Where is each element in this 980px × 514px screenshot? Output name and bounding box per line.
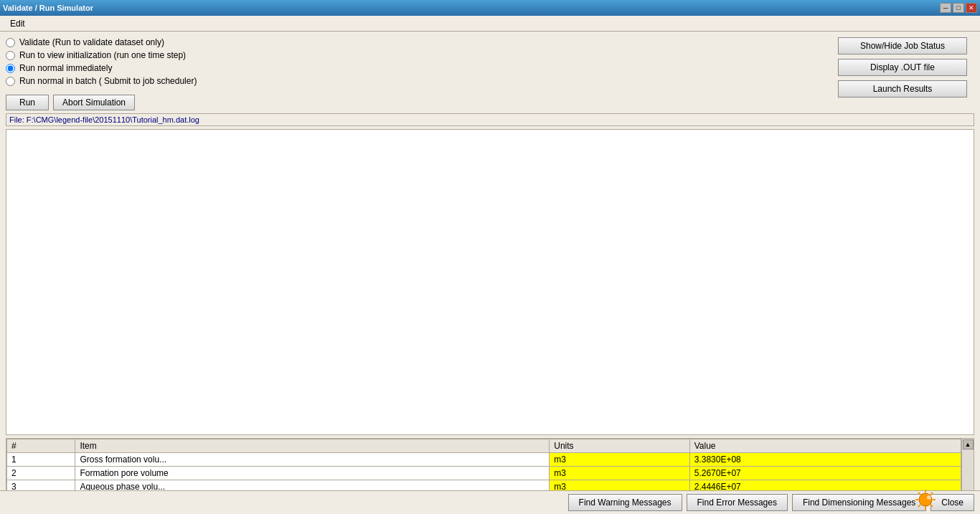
svg-point-9: [927, 495, 931, 500]
cell-item: Gross formation volu...: [75, 453, 550, 467]
radio-batch[interactable]: [6, 77, 15, 86]
cell-num: 2: [7, 467, 75, 480]
main-window: Validate (Run to validate dataset only) …: [0, 32, 980, 514]
col-header-value: Value: [689, 439, 961, 453]
menu-edit[interactable]: Edit: [4, 17, 31, 30]
app-logo-icon: [914, 488, 937, 511]
table-row: 1Gross formation volu...m33.3830E+08: [7, 453, 961, 467]
svg-line-7: [930, 492, 933, 495]
svg-line-5: [918, 492, 920, 495]
radio-option-2[interactable]: Run to view initialization (run one time…: [6, 50, 197, 60]
radio-normal[interactable]: [6, 64, 15, 73]
radio-option-3[interactable]: Run normal immediately: [6, 63, 197, 73]
abort-button[interactable]: Abort Simulation: [53, 95, 135, 110]
find-error-messages-button[interactable]: Find Error Messages: [687, 494, 788, 511]
top-section: Validate (Run to validate dataset only) …: [6, 37, 974, 110]
svg-point-0: [919, 493, 932, 506]
bottom-bar: Find Warning Messages Find Error Message…: [0, 490, 980, 514]
close-window-button[interactable]: ✕: [966, 3, 977, 13]
find-warning-messages-button[interactable]: Find Warning Messages: [568, 494, 682, 511]
display-out-file-button[interactable]: Display .OUT file: [838, 59, 967, 76]
show-hide-job-status-button[interactable]: Show/Hide Job Status: [838, 37, 967, 54]
radio-batch-label: Run normal in batch ( Submit to job sche…: [19, 76, 197, 86]
menu-bar: Edit: [0, 16, 980, 32]
cell-value: 3.3830E+08: [689, 453, 961, 467]
cell-num: 1: [7, 453, 75, 467]
log-area[interactable]: [6, 129, 974, 435]
table-row: 2Formation pore volumem35.2670E+07: [7, 467, 961, 480]
title-bar: Validate / Run Simulator ─ □ ✕: [0, 0, 980, 16]
find-dimensioning-messages-button[interactable]: Find Dimensioning Messages: [792, 494, 926, 511]
maximize-button[interactable]: □: [953, 3, 964, 13]
cell-value: 5.2670E+07: [689, 467, 961, 480]
col-header-item: Item: [75, 439, 550, 453]
file-path-bar: File: F:\CMG\legend-file\20151110\Tutori…: [6, 113, 974, 126]
svg-line-8: [918, 505, 920, 507]
cell-units: m3: [550, 453, 689, 467]
launch-results-button[interactable]: Launch Results: [838, 80, 967, 97]
action-buttons: Run Abort Simulation: [6, 95, 197, 110]
radio-validate-label: Validate (Run to validate dataset only): [19, 37, 164, 47]
col-header-num: #: [7, 439, 75, 453]
radio-option-1[interactable]: Validate (Run to validate dataset only): [6, 37, 197, 47]
cell-item: Formation pore volume: [75, 467, 550, 480]
svg-line-6: [930, 505, 933, 507]
radio-validate[interactable]: [6, 38, 15, 47]
right-buttons: Show/Hide Job Status Display .OUT file L…: [838, 37, 967, 97]
radio-option-4[interactable]: Run normal in batch ( Submit to job sche…: [6, 76, 197, 86]
radio-init[interactable]: [6, 51, 15, 60]
run-button[interactable]: Run: [6, 95, 49, 110]
minimize-button[interactable]: ─: [940, 3, 951, 13]
window-title: Validate / Run Simulator: [3, 4, 93, 12]
scroll-up-button[interactable]: ▲: [963, 439, 974, 449]
left-options: Validate (Run to validate dataset only) …: [6, 37, 197, 110]
title-controls: ─ □ ✕: [940, 3, 977, 13]
radio-normal-label: Run normal immediately: [19, 63, 112, 73]
col-header-units: Units: [550, 439, 689, 453]
cell-units: m3: [550, 467, 689, 480]
close-button[interactable]: Close: [930, 494, 974, 511]
radio-init-label: Run to view initialization (run one time…: [19, 50, 186, 60]
